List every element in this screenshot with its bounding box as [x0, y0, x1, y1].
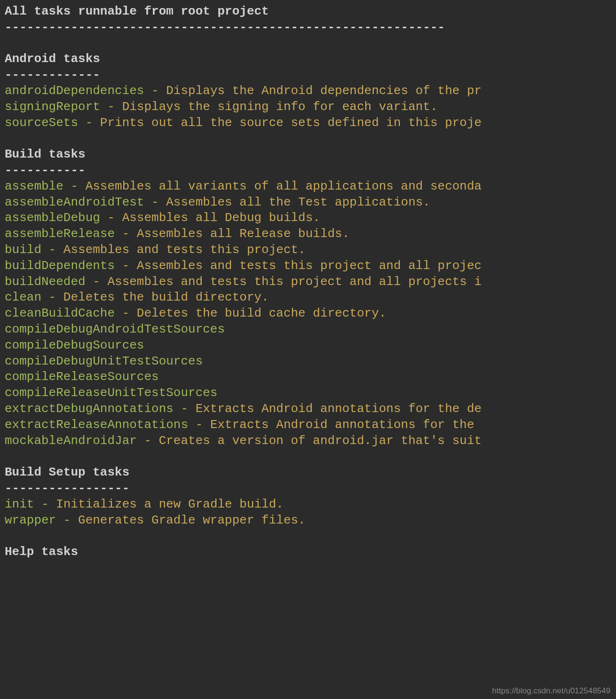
- task-description: - Assembles all Debug builds.: [100, 211, 320, 225]
- task-description: - Prints out all the source sets defined…: [78, 116, 482, 130]
- task-name: sourceSets: [5, 116, 78, 130]
- task-line: assembleDebug - Assembles all Debug buil…: [5, 210, 611, 226]
- task-name: wrapper: [5, 513, 56, 527]
- blank-line: [5, 528, 611, 544]
- task-description: - Displays the Android dependencies of t…: [144, 84, 482, 98]
- section-divider: -------------: [5, 67, 611, 83]
- section-title: Build tasks: [5, 147, 611, 163]
- task-name: compileReleaseSources: [5, 370, 159, 384]
- task-description: - Assembles and tests this project and a…: [86, 275, 482, 289]
- task-name: assembleRelease: [5, 227, 115, 241]
- task-name: buildNeeded: [5, 275, 86, 289]
- task-name: assemble: [5, 179, 63, 193]
- task-description: - Assembles all Release builds.: [115, 227, 349, 241]
- task-line: buildNeeded - Assembles and tests this p…: [5, 274, 611, 290]
- task-line: signingReport - Displays the signing inf…: [5, 99, 611, 115]
- section-title: Android tasks: [5, 51, 611, 67]
- task-line: extractDebugAnnotations - Extracts Andro…: [5, 401, 611, 417]
- task-line: extractReleaseAnnotations - Extracts And…: [5, 417, 611, 433]
- task-name: signingReport: [5, 100, 100, 114]
- task-line: androidDependencies - Displays the Andro…: [5, 83, 611, 99]
- terminal-output: All tasks runnable from root project ---…: [5, 4, 611, 560]
- task-name: extractReleaseAnnotations: [5, 418, 188, 432]
- task-line: assembleAndroidTest - Assembles all the …: [5, 195, 611, 211]
- task-name: mockableAndroidJar: [5, 434, 137, 448]
- task-description: - Deletes the build cache directory.: [115, 306, 386, 320]
- section-divider: -----------: [5, 163, 611, 179]
- task-name: cleanBuildCache: [5, 306, 115, 320]
- task-line: compileReleaseSources: [5, 369, 611, 385]
- section-divider: -----------------: [5, 481, 611, 497]
- task-description: - Extracts Android annotations for the: [188, 418, 474, 432]
- task-description: - Extracts Android annotations for the d…: [174, 402, 482, 416]
- task-line: compileDebugAndroidTestSources: [5, 322, 611, 338]
- task-description: - Displays the signing info for each var…: [100, 100, 438, 114]
- task-name: extractDebugAnnotations: [5, 402, 174, 416]
- task-name: clean: [5, 290, 41, 304]
- sections-container: Android tasks-------------androidDepende…: [5, 51, 611, 560]
- task-name: init: [5, 497, 34, 511]
- task-description: - Assembles all variants of all applicat…: [63, 179, 482, 193]
- task-description: - Assembles all the Test applications.: [144, 195, 430, 209]
- header-title: All tasks runnable from root project: [5, 4, 611, 20]
- task-line: mockableAndroidJar - Creates a version o…: [5, 433, 611, 449]
- header-divider: ----------------------------------------…: [5, 20, 611, 36]
- section-title: Help tasks: [5, 544, 611, 560]
- watermark: https://blog.csdn.net/u012548549: [492, 686, 610, 696]
- task-description: - Assembles and tests this project.: [41, 243, 306, 257]
- task-name: assembleDebug: [5, 211, 100, 225]
- task-line: compileDebugSources: [5, 338, 611, 354]
- blank-line: [5, 131, 611, 147]
- task-line: assemble - Assembles all variants of all…: [5, 179, 611, 195]
- task-description: - Assembles and tests this project and a…: [115, 259, 482, 273]
- task-name: compileDebugAndroidTestSources: [5, 322, 225, 336]
- task-line: clean - Deletes the build directory.: [5, 290, 611, 306]
- task-line: compileDebugUnitTestSources: [5, 354, 611, 370]
- task-description: - Deletes the build directory.: [41, 290, 269, 304]
- task-name: compileDebugSources: [5, 338, 144, 352]
- task-line: buildDependents - Assembles and tests th…: [5, 258, 611, 274]
- blank-line: [5, 36, 611, 52]
- section-title: Build Setup tasks: [5, 465, 611, 481]
- task-line: cleanBuildCache - Deletes the build cach…: [5, 306, 611, 322]
- task-line: compileReleaseUnitTestSources: [5, 385, 611, 401]
- task-line: build - Assembles and tests this project…: [5, 242, 611, 258]
- task-name: build: [5, 243, 41, 257]
- task-line: wrapper - Generates Gradle wrapper files…: [5, 513, 611, 529]
- task-line: sourceSets - Prints out all the source s…: [5, 115, 611, 131]
- task-name: compileDebugUnitTestSources: [5, 354, 203, 368]
- task-description: - Creates a version of android.jar that'…: [137, 434, 482, 448]
- blank-line: [5, 449, 611, 465]
- task-line: assembleRelease - Assembles all Release …: [5, 226, 611, 242]
- task-name: buildDependents: [5, 259, 115, 273]
- task-name: compileReleaseUnitTestSources: [5, 386, 217, 400]
- task-description: - Generates Gradle wrapper files.: [56, 513, 306, 527]
- task-name: assembleAndroidTest: [5, 195, 144, 209]
- task-name: androidDependencies: [5, 84, 144, 98]
- task-description: - Initializes a new Gradle build.: [34, 497, 284, 511]
- task-line: init - Initializes a new Gradle build.: [5, 497, 611, 513]
